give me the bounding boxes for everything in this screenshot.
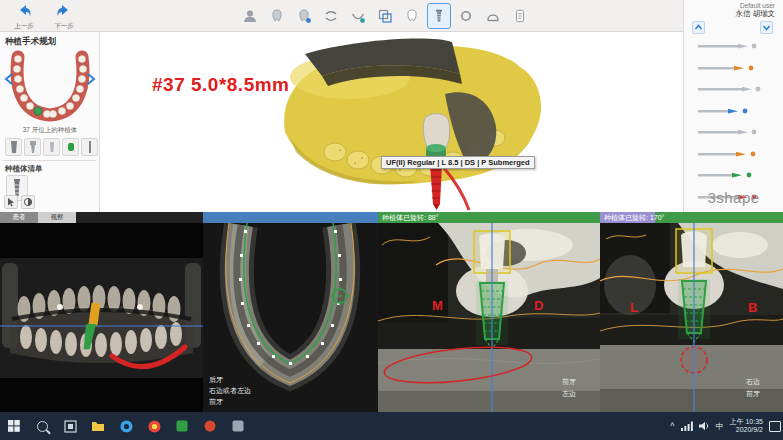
cross-section-md-panel[interactable]: 种植体已旋转: 88° (378, 212, 600, 412)
ime-language-indicator[interactable]: 中 (716, 421, 724, 432)
implant-site-37-marker (34, 107, 42, 115)
panel-header-buttons (684, 19, 783, 34)
screw-icon[interactable] (43, 138, 60, 156)
file-explorer-icon[interactable] (84, 412, 112, 440)
cross-md-header: 种植体已旋转: 88° (378, 212, 600, 223)
report-icon[interactable] (508, 3, 532, 29)
clock-time: 上午 10:35 (730, 418, 763, 427)
dental-arch-diagram[interactable] (4, 50, 96, 122)
workflow-toolbar (238, 3, 532, 29)
implant-dimension-label: #37 5.0*8.5mm (152, 74, 290, 96)
lingual-letter: L (630, 300, 638, 315)
taskbar-apps (56, 412, 252, 440)
back-arrow-icon (16, 2, 32, 22)
smile-design-icon[interactable] (346, 3, 370, 29)
md-corner-label-2: 左边 (562, 390, 576, 398)
task-view-icon[interactable] (56, 412, 84, 440)
buccal-letter: B (748, 300, 757, 315)
tab-inspect[interactable]: 视察 (38, 212, 76, 223)
surgical-guide-icon[interactable] (481, 3, 505, 29)
top-toolbar: 上一步 下一步 (0, 0, 683, 32)
cursor-icon[interactable] (4, 195, 18, 209)
cross-lb-header: 种植体已旋转: 170° (600, 212, 783, 223)
drill-tool-row[interactable] (698, 80, 783, 98)
drill-tool-row[interactable] (698, 166, 783, 184)
volume-icon[interactable] (699, 417, 710, 435)
patient-avatar-icon[interactable] (238, 3, 262, 29)
user-role: Default user (684, 2, 775, 9)
lower-scan-icon[interactable] (292, 3, 316, 29)
next-step-button[interactable]: 下一步 (46, 2, 82, 30)
collapse-down-icon[interactable] (760, 21, 773, 34)
implant-studio-app: 上一步 下一步 (0, 0, 783, 440)
user-name: 永信 胡瑞文 (684, 9, 775, 19)
md-corner-label-1: 前牙 (562, 378, 576, 386)
tab-patient[interactable]: 患者 (0, 212, 38, 223)
gray-app-icon[interactable] (224, 412, 252, 440)
prev-step-label: 上一步 (14, 22, 34, 29)
implant-list-title: 种植体清单 (0, 161, 99, 175)
tray-expand-icon[interactable]: ^ (670, 422, 674, 431)
cross-section-lb-panel[interactable]: 种植体已旋转: 170° (600, 212, 783, 412)
distal-letter: D (534, 298, 543, 313)
edge-browser-icon[interactable] (112, 412, 140, 440)
axial-header (203, 212, 378, 223)
implant-planning-icon[interactable] (427, 3, 451, 29)
measure-implant-icon[interactable] (81, 138, 98, 156)
upper-scan-icon[interactable] (265, 3, 289, 29)
lb-corner-label-1: 右边 (746, 378, 760, 386)
drill-tool-row[interactable] (698, 145, 783, 163)
planning-side-panel: 种植手术规划 37 牙位上的种植体 (0, 32, 100, 212)
axial-label-side: 右边或者左边 (209, 387, 251, 395)
crown-design-icon[interactable] (400, 3, 424, 29)
chrome-browser-icon[interactable] (140, 412, 168, 440)
3d-viewport[interactable]: #37 5.0*8.5mm UF(II) Regular | L 8.5 | D… (100, 32, 683, 212)
panoramic-xray (0, 223, 203, 412)
windows-taskbar: ^ 中 上午 10:35 2020/9/2 (0, 412, 783, 440)
panoramic-panel[interactable]: 患者 视察 (0, 212, 203, 412)
network-icon[interactable] (681, 417, 693, 435)
axial-label-anterior: 前牙 (209, 398, 223, 406)
drill-kit-panel: Default user 永信 胡瑞文 3shape (683, 0, 783, 212)
viewport-mini-toolbar (4, 195, 35, 209)
drill-tool-row[interactable] (698, 102, 783, 120)
implant-library-icon[interactable] (5, 138, 22, 156)
brand-logo: 3shape (684, 189, 783, 206)
start-button[interactable] (0, 412, 28, 440)
user-info: Default user 永信 胡瑞文 (684, 0, 783, 19)
green-app-icon[interactable] (168, 412, 196, 440)
search-icon[interactable] (28, 412, 56, 440)
collapse-up-icon[interactable] (692, 21, 705, 34)
notification-center-icon[interactable] (769, 421, 781, 432)
panoramic-tabs: 患者 视察 (0, 212, 203, 223)
prev-step-button[interactable]: 上一步 (6, 2, 42, 30)
system-tray: ^ 中 上午 10:35 2020/9/2 (670, 412, 781, 440)
lb-corner-label-2: 前牙 (746, 390, 760, 398)
axial-ct-slice (203, 223, 378, 412)
next-step-label: 下一步 (54, 22, 74, 29)
arch-caption: 37 牙位上的种植体 (0, 126, 100, 135)
bite-scan-icon[interactable] (319, 3, 343, 29)
axial-view-panel[interactable]: 后牙 右边或者左边 前牙 (203, 212, 378, 412)
taskbar-clock[interactable]: 上午 10:35 2020/9/2 (730, 418, 763, 435)
implant-tool-row (0, 135, 99, 156)
drill-tool-row[interactable] (698, 37, 783, 55)
contrast-icon[interactable] (21, 195, 35, 209)
clock-date: 2020/9/2 (730, 426, 763, 435)
cbct-align-icon[interactable] (373, 3, 397, 29)
axial-label-posterior: 后牙 (209, 376, 223, 384)
forward-arrow-icon (56, 2, 72, 22)
red-app-icon[interactable] (196, 412, 224, 440)
panel-title: 种植手术规划 (0, 32, 99, 50)
drill-tool-row[interactable] (698, 123, 783, 141)
sleeve-green-icon[interactable] (62, 138, 79, 156)
drill-tool-row[interactable] (698, 59, 783, 77)
jaw-model-scene (100, 32, 683, 212)
abutment-icon[interactable] (24, 138, 41, 156)
sleeve-icon[interactable] (454, 3, 478, 29)
implant-tooltip: UF(II) Regular | L 8.5 | DS | P Submerge… (381, 156, 535, 169)
mesial-letter: M (432, 298, 443, 313)
